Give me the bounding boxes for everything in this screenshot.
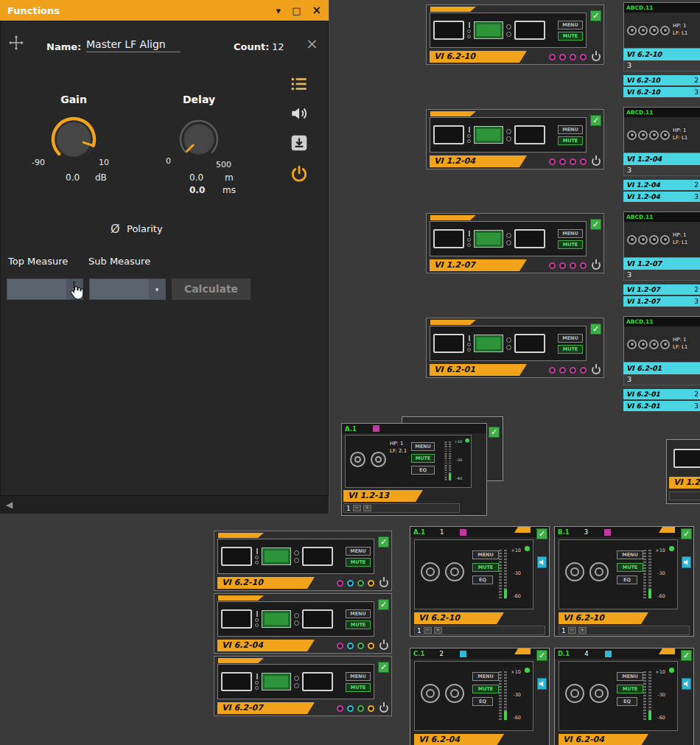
move-icon[interactable] — [8, 35, 24, 51]
amplifier-strip[interactable]: ✓ MENU MUTE VI 1.2-07 — [426, 213, 604, 273]
selected-checkbox[interactable]: ✓ — [378, 662, 389, 673]
power-icon[interactable] — [379, 578, 388, 587]
amplifier-strip[interactable]: ✓ MENU MUTE VI 6.2-04 — [214, 593, 392, 654]
power-icon[interactable] — [290, 164, 309, 183]
rack-device[interactable]: ABCD.11 HP: 1 LF: L1 — [623, 2, 700, 49]
calculate-button[interactable]: Calculate — [172, 279, 251, 300]
increment-button[interactable]: + — [578, 627, 587, 634]
device-label[interactable]: VI 6.2-07 — [217, 702, 315, 714]
amplifier-strip[interactable]: ✓ MENU MUTE VI 6.2-10 — [426, 4, 604, 65]
speaker-group-icon[interactable] — [682, 556, 691, 568]
maximize-icon[interactable]: □ — [292, 6, 301, 15]
device-label[interactable]: VI 6.2-10 — [414, 612, 504, 624]
device-label-bar[interactable]: VI 1.2-04 — [623, 153, 700, 165]
mute-button[interactable]: MUTE — [617, 685, 643, 693]
polarity-icon[interactable]: Ø — [111, 222, 120, 236]
mute-button[interactable]: MUTE — [346, 620, 371, 629]
rack-device[interactable]: ABCD.11 HP: 1 LF: L1 — [623, 211, 700, 258]
rack-device-group[interactable]: ABCD.11 HP: 1 LF: L1 VI 6.2-01 3 VI 6.2-… — [623, 316, 700, 413]
device-label[interactable]: VI 1.2-13 — [343, 490, 423, 502]
device-label[interactable]: VI 6.2-04 — [414, 734, 504, 745]
power-icon[interactable] — [592, 365, 601, 374]
device-label[interactable]: VI 6.2-10 — [430, 51, 527, 63]
menu-button[interactable]: MENU — [346, 609, 371, 618]
power-icon[interactable] — [592, 261, 601, 270]
eq-button[interactable]: EQ — [411, 466, 435, 475]
amplifier-strip[interactable]: ✓ MENU MUTE VI 6.2-01 — [426, 318, 604, 378]
device-label[interactable]: VI 1.2-07 — [430, 259, 527, 271]
power-icon[interactable] — [379, 641, 388, 650]
device-label[interactable]: VI 6.2-10 — [559, 612, 648, 624]
mute-button[interactable]: MUTE — [411, 454, 435, 463]
mute-button[interactable]: MUTE — [558, 240, 583, 249]
device-label[interactable]: VI 6.2-01 — [430, 364, 527, 376]
back-arrow-icon[interactable]: ◀ — [6, 500, 13, 510]
member-list-icon[interactable] — [290, 74, 309, 94]
power-icon[interactable] — [592, 52, 601, 61]
rack-device-group[interactable]: ABCD.11 HP: 1 LF: L1 VI 1.2-04 3 VI 1.2-… — [623, 107, 700, 203]
mute-button[interactable]: MUTE — [472, 563, 499, 572]
name-input[interactable]: Master LF Align — [86, 38, 181, 52]
eq-device[interactable]: A.1 HP: 1 LF: 2.1 MENU MUTE EQ +10-30-60… — [341, 423, 487, 516]
eq-button[interactable]: EQ — [617, 576, 637, 584]
selected-checkbox[interactable]: ✓ — [489, 427, 500, 438]
speaker-icon[interactable] — [290, 104, 309, 123]
collapse-icon[interactable]: ▾ — [276, 6, 281, 15]
channel-row[interactable]: VI 6.2-013 — [623, 401, 700, 411]
eq-button[interactable]: EQ — [472, 697, 493, 706]
channel-row[interactable]: VI 1.2-072 — [623, 284, 700, 295]
channel-row[interactable]: VI 6.2-012 — [623, 389, 700, 399]
device-label[interactable]: VI 1.2-04 — [430, 155, 527, 167]
rack-device[interactable]: ABCD.11 HP: 1 LF: L1 — [623, 107, 700, 153]
selected-checkbox[interactable]: ✓ — [590, 10, 601, 21]
menu-button[interactable]: MENU — [617, 550, 643, 559]
selected-checkbox[interactable]: ✓ — [590, 219, 601, 230]
window-titlebar[interactable]: Functions ▾ □ × — [0, 0, 329, 21]
selected-checkbox[interactable]: ✓ — [378, 536, 389, 548]
channel-row[interactable]: VI 1.2-042 — [623, 180, 700, 190]
amplifier-strip[interactable]: ✓ MENU MUTE VI 6.2-07 — [214, 656, 392, 716]
channel-device[interactable]: C.1 2 ✓ MENU MUTE EQ +10-30-60 VI 6.2-04… — [410, 648, 550, 745]
amplifier-strip[interactable]: ✓ MENU MUTE VI 1.2-04 — [426, 109, 604, 169]
increment-button[interactable]: + — [363, 505, 371, 511]
panel-close-icon[interactable]: × — [306, 36, 318, 51]
menu-button[interactable]: MENU — [558, 229, 583, 238]
menu-button[interactable]: MENU — [346, 547, 371, 556]
device-label-bar[interactable]: VI 1.2-07 — [623, 258, 700, 270]
rack-device-group[interactable]: ABCD.11 HP: 1 LF: L1 VI 6.2-10 3 VI 6.2-… — [623, 2, 700, 99]
menu-button[interactable]: MENU — [346, 672, 371, 681]
mute-button[interactable]: MUTE — [558, 136, 583, 145]
mute-button[interactable]: MUTE — [472, 685, 499, 693]
sub-measure-dropdown[interactable]: ▾ — [89, 279, 166, 300]
decrement-button[interactable]: − — [424, 627, 432, 634]
delay-knob[interactable] — [178, 118, 220, 161]
channel-row[interactable]: VI 1.2-073 — [623, 296, 700, 307]
device-label[interactable]: VI 1.2-13 — [669, 477, 700, 489]
channel-device[interactable]: D.1 4 ✓ MENU MUTE EQ +10-30-60 VI 6.2-04… — [554, 648, 694, 745]
mute-button[interactable]: MUTE — [617, 563, 643, 572]
device-label[interactable]: VI 6.2-04 — [217, 640, 315, 651]
menu-button[interactable]: MENU — [411, 442, 435, 451]
power-icon[interactable] — [379, 704, 388, 713]
load-preset-icon[interactable] — [290, 133, 309, 153]
mute-button[interactable]: MUTE — [558, 32, 583, 41]
menu-button[interactable]: MENU — [617, 672, 643, 681]
speaker-group-icon[interactable] — [537, 678, 547, 690]
menu-button[interactable]: MENU — [472, 550, 499, 559]
speaker-group-icon[interactable] — [537, 556, 547, 568]
channel-device[interactable]: A.1 1 ✓ MENU MUTE EQ +10-30-60 VI 6.2-10… — [410, 526, 550, 637]
selected-checkbox[interactable]: ✓ — [681, 650, 692, 661]
eq-button[interactable]: EQ — [617, 697, 637, 706]
amplifier-strip[interactable]: ✓ MENU MUTE VI 6.2-10 — [214, 531, 392, 591]
decrement-button[interactable]: − — [353, 505, 361, 511]
device-label-bar[interactable]: VI 6.2-10 — [623, 49, 700, 60]
mute-button[interactable]: MUTE — [558, 345, 583, 354]
menu-button[interactable]: MENU — [472, 672, 499, 681]
selected-checkbox[interactable]: ✓ — [536, 528, 547, 539]
speaker-group-icon[interactable] — [682, 678, 691, 690]
menu-button[interactable]: MENU — [558, 21, 583, 29]
gain-knob[interactable] — [50, 116, 97, 163]
selected-checkbox[interactable]: ✓ — [378, 599, 389, 610]
selected-checkbox[interactable]: ✓ — [536, 650, 547, 661]
channel-device[interactable]: B.1 3 ✓ MENU MUTE EQ +10-30-60 VI 6.2-10… — [554, 526, 694, 637]
